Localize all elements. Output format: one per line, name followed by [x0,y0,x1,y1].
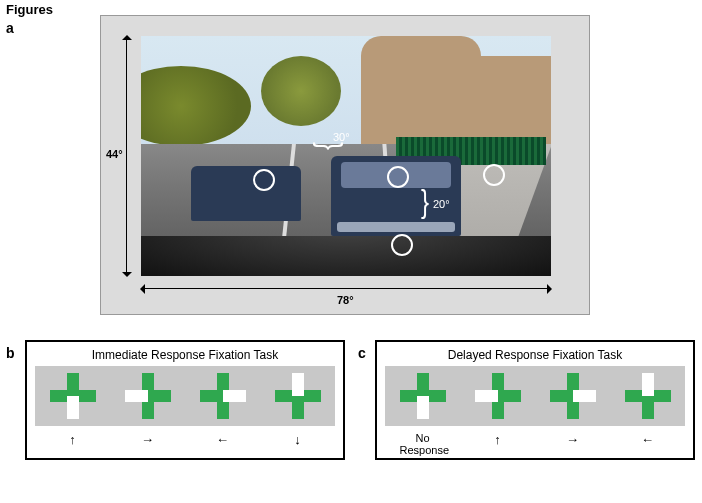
cross-up [50,373,96,419]
panel-c-responses: No Response ↑ → ← [385,432,685,456]
cross-left [625,373,671,419]
inner-horizontal-angle: 30° [333,131,350,143]
width-deg-label: 78° [337,294,354,306]
panel-a-label: a [6,20,14,36]
panel-c-crosses [385,366,685,426]
cross-down [275,373,321,419]
cross-right [125,373,171,419]
brace-vertical: } [421,184,429,220]
resp-arrow-left: ← [200,432,246,447]
fixation-circle-right [483,164,505,186]
width-arrow [141,288,551,289]
fixation-circle-bottom [391,234,413,256]
cross-up [475,373,521,419]
panel-a: } 30° } 20° 78° 44° [100,15,590,315]
driving-scene: } 30° } 20° [141,36,551,276]
resp-arrow-left: ← [625,432,671,456]
panel-c: Delayed Response Fixation Task No Respon… [375,340,695,460]
cross-no-response [400,373,446,419]
resp-arrow-up: ↑ [475,432,521,456]
fixation-circle-center [387,166,409,188]
panel-c-label: c [358,345,366,361]
inner-vertical-angle: 20° [433,198,450,210]
height-arrow [126,36,127,276]
resp-arrow-right: → [125,432,171,447]
cross-right [550,373,596,419]
panel-c-title: Delayed Response Fixation Task [385,348,685,362]
height-deg-label: 44° [106,148,123,160]
car-left [191,166,301,221]
tree-right [261,56,341,126]
resp-arrow-right: → [550,432,596,456]
panel-b: Immediate Response Fixation Task ↑ → ← ↓ [25,340,345,460]
cross-left [200,373,246,419]
dashboard [141,236,551,276]
resp-arrow-down: ↓ [275,432,321,447]
car-bumper [337,222,455,232]
panel-b-label: b [6,345,15,361]
brace-horizontal: } [312,142,348,150]
building [361,56,551,146]
panel-b-title: Immediate Response Fixation Task [35,348,335,362]
figures-heading: Figures [6,2,53,17]
panel-b-crosses [35,366,335,426]
panel-b-responses: ↑ → ← ↓ [35,432,335,447]
resp-arrow-up: ↑ [50,432,96,447]
fixation-circle-left [253,169,275,191]
resp-no-response: No Response [400,432,446,456]
